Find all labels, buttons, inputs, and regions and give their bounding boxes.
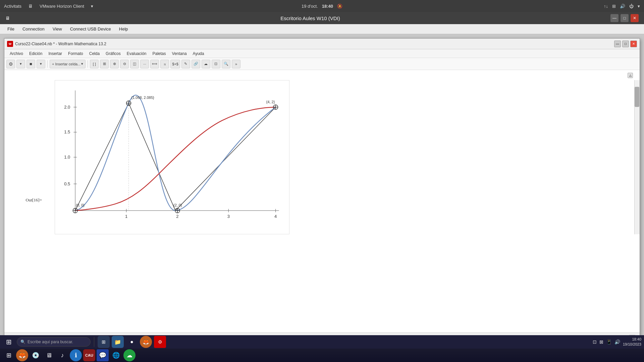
taskbar-explorer-icon[interactable]: 📁 <box>112 336 124 348</box>
math-menu-formato[interactable]: Formato <box>65 51 86 57</box>
windows-start-button[interactable]: ⊞ <box>3 336 15 348</box>
bluetooth-icon[interactable]: ⊞ <box>612 4 616 9</box>
toolbar-settings-dropdown[interactable]: ▾ <box>16 60 25 68</box>
insert-cell-chevron: ▾ <box>81 62 83 66</box>
taskbar-bottom-chrome1[interactable]: 🌐 <box>110 349 122 361</box>
search-placeholder-text: Escribe aquí para buscar. <box>28 340 73 344</box>
graph-svg: 2.0 1.5 1.0 0.5 <box>55 80 289 234</box>
math-menu-ventana[interactable]: Ventana <box>169 51 190 57</box>
horizon-maximize-button[interactable]: □ <box>621 14 629 22</box>
activitats-button[interactable]: Activitats <box>4 4 21 9</box>
math-menu-paletas[interactable]: Paletas <box>150 51 169 57</box>
tray-volume-icon: 🔊 <box>614 339 620 345</box>
math-maximize-button[interactable]: □ <box>622 41 629 47</box>
vertical-scrollbar[interactable] <box>634 80 640 234</box>
toolbar-grid-button[interactable]: ⊞ <box>100 60 109 68</box>
math-close-button[interactable]: ✕ <box>630 41 637 47</box>
taskbar-chrome-icon[interactable]: ● <box>126 336 138 348</box>
toolbar-bracket-button[interactable]: [ ] <box>90 60 99 68</box>
toolbar-arrow-down-button[interactable]: ⊕ <box>110 60 119 68</box>
svg-text:1.0: 1.0 <box>64 155 70 160</box>
taskbar-bottom-display[interactable]: 🖥 <box>43 349 55 361</box>
toolbar-split-button[interactable]: ◫ <box>130 60 139 68</box>
taskbar-bottom-music[interactable]: ♪ <box>56 349 68 361</box>
taskbar-bottom-chat[interactable]: 💬 <box>97 349 109 361</box>
volume-icon[interactable]: 🔊 <box>620 4 625 9</box>
toolbar-search-button[interactable]: 🔍 <box>222 60 230 68</box>
menu-file[interactable]: File <box>4 25 18 33</box>
menu-connect-usb-device[interactable]: Connect USB Device <box>67 25 114 33</box>
system-time[interactable]: 18:40 <box>322 4 333 9</box>
math-main-area: △ 2.0 <box>45 70 640 333</box>
insert-cell-label: + Insertar celda... <box>52 62 80 66</box>
svg-text:{4, 2}: {4, 2} <box>266 100 275 104</box>
svg-text:2.0: 2.0 <box>64 105 70 110</box>
math-menu-edicion[interactable]: Edición <box>26 51 45 57</box>
svg-text:{2, 0}: {2, 0} <box>173 203 182 207</box>
notification-bell-icon[interactable]: 🔕 <box>337 4 342 9</box>
vmware-dropdown-icon[interactable]: ▾ <box>91 4 93 9</box>
taskbar-bottom-firefox[interactable]: 🦊 <box>16 349 28 361</box>
toolbar-arrow-up-button[interactable]: ⊖ <box>120 60 129 68</box>
toolbar-link-button[interactable]: 🔗 <box>192 60 200 68</box>
menu-view[interactable]: View <box>49 25 65 33</box>
taskbar-apps-icon[interactable]: ⊞ <box>98 336 110 348</box>
toolbar-insert-cell-dropdown[interactable]: + Insertar celda... ▾ <box>50 60 86 68</box>
menu-connection[interactable]: Connection <box>19 25 48 33</box>
toolbar-resize-button[interactable]: ⟺ <box>150 60 159 68</box>
toolbar-more-button[interactable]: ··· <box>140 60 149 68</box>
toolbar-cloud-button[interactable]: ☁ <box>202 60 210 68</box>
toolbar-dollar-button[interactable]: $×$ <box>170 60 180 68</box>
taskbar-bottom-start[interactable]: ⊞ <box>3 349 15 361</box>
system-tray: ⊡ ⊠ 📱 🔊 18:40 19/10/2023 <box>593 337 641 347</box>
scrollbar-thumb[interactable] <box>635 87 639 107</box>
taskbar-bottom-row: ⊞ 🦊 💿 🖥 ♪ ℹ CAU 💬 🌐 ☁ <box>0 349 644 362</box>
horizon-window: 🖥 Escritorio Aules W10 (VDI) — □ ✕ File … <box>0 12 644 362</box>
tray-bluetooth-icon: ⊠ <box>599 339 603 345</box>
math-menu-ayuda[interactable]: Ayuda <box>190 51 207 57</box>
system-clock[interactable]: 18:40 19/10/2023 <box>623 337 641 347</box>
toolbar-separator-1 <box>47 60 48 68</box>
horizon-minimize-button[interactable]: — <box>610 14 619 22</box>
vmware-taskbar-icon: 🖥 <box>28 3 33 9</box>
horizon-close-button[interactable]: ✕ <box>631 14 639 22</box>
clock-time: 18:40 <box>623 337 641 342</box>
math-menu-insertar[interactable]: Insertar <box>46 51 65 57</box>
taskbar-bottom-disk[interactable]: 💿 <box>30 349 42 361</box>
network-icon[interactable]: ↑↓ <box>604 4 608 9</box>
toolbar-separator-2 <box>88 60 88 68</box>
math-menu-graficos[interactable]: Gráficos <box>103 51 123 57</box>
taskbar-firefox-icon[interactable]: 🦊 <box>140 336 152 348</box>
math-menu-celda[interactable]: Celda <box>87 51 102 57</box>
math-menu-archivo[interactable]: Archivo <box>7 51 26 57</box>
search-icon: 🔍 <box>20 340 25 344</box>
math-menubar: Archivo Edición Insertar Formato Celda G… <box>4 49 640 58</box>
toolbar-cell-button[interactable]: ■ <box>26 60 35 68</box>
clock-date: 19/10/2023 <box>623 342 641 347</box>
svg-text:4: 4 <box>274 214 277 219</box>
toolbar-cell-dropdown[interactable]: ▾ <box>37 60 45 68</box>
taskbar-bottom-cloud[interactable]: ☁ <box>123 349 136 361</box>
vmware-taskbar-label[interactable]: VMware Horizon Client <box>40 4 84 9</box>
power-icon[interactable]: ⏻ <box>629 4 634 9</box>
taskbar-mathematica-icon[interactable]: ⚙ <box>154 336 166 348</box>
taskbar-search-box[interactable]: 🔍 Escribe aquí para buscar. <box>17 337 91 347</box>
svg-text:0.5: 0.5 <box>64 181 70 186</box>
system-date[interactable]: 19 d'oct. <box>302 4 318 9</box>
menu-help[interactable]: Help <box>116 25 131 33</box>
toolbar-expand-button[interactable]: » <box>232 60 240 68</box>
math-menu-evaluacion[interactable]: Evaluación <box>124 51 149 57</box>
taskbar-bottom-info[interactable]: ℹ <box>70 349 82 361</box>
mathematica-logo: W <box>7 41 13 47</box>
toolbar-settings-button[interactable]: ⚙ <box>6 60 15 68</box>
toolbar-pencil-button[interactable]: ✎ <box>181 60 190 68</box>
math-minimize-button[interactable]: — <box>614 41 621 47</box>
taskbar-bottom-cau[interactable]: CAU <box>83 349 95 361</box>
svg-text:1: 1 <box>125 214 127 219</box>
svg-text:1.5: 1.5 <box>64 129 70 134</box>
system-menu-dropdown-icon[interactable]: ▾ <box>638 4 640 9</box>
scroll-indicator-top[interactable]: △ <box>628 73 633 78</box>
toolbar-notebook-button[interactable]: ⊡ <box>212 60 220 68</box>
toolbar-pi-button[interactable]: π <box>160 60 169 68</box>
output-label: Out[16]= <box>26 197 42 203</box>
